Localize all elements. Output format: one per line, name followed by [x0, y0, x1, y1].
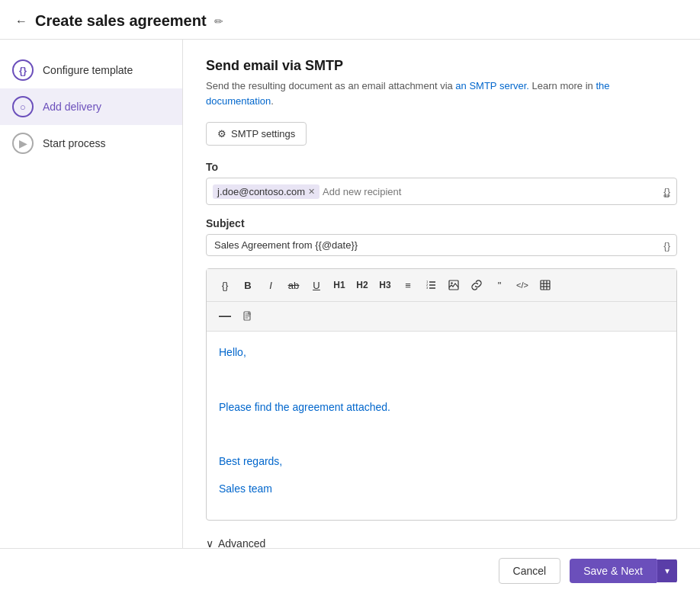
sidebar-label-configure: Configure template: [43, 64, 133, 76]
add-recipient-input[interactable]: [323, 186, 646, 197]
svg-text:3: 3: [426, 286, 429, 290]
sidebar-label-start: Start process: [43, 137, 105, 149]
step-icon-delivery: ○: [12, 96, 34, 117]
editor-line-hello: Hello,: [219, 344, 664, 362]
sidebar-item-start-process[interactable]: ▶ Start process: [0, 125, 182, 162]
toolbar-attachment[interactable]: [237, 306, 258, 326]
editor-toolbar-row2: —: [207, 302, 676, 332]
subject-input[interactable]: [214, 239, 646, 251]
toolbar-divider[interactable]: —: [214, 306, 236, 326]
email-tag-value: j.doe@contoso.com: [217, 186, 305, 197]
email-tag[interactable]: j.doe@contoso.com ✕: [213, 184, 319, 199]
page-title: Create sales agreement: [35, 12, 207, 30]
sidebar-label-delivery: Add delivery: [43, 101, 101, 113]
toolbar-italic[interactable]: I: [260, 275, 281, 295]
main-content: Send email via SMTP Send the resulting d…: [183, 40, 700, 587]
toolbar-curly-braces[interactable]: {}: [214, 275, 236, 295]
toolbar-table[interactable]: [535, 275, 556, 295]
docs-link[interactable]: the documentation: [206, 80, 609, 107]
smtp-icon: ⚙: [217, 128, 226, 139]
save-next-button-group: Save & Next ▾: [570, 559, 677, 583]
toolbar-h1[interactable]: H1: [329, 275, 350, 295]
toolbar-image[interactable]: [443, 275, 464, 295]
step-icon-configure: {}: [12, 59, 34, 81]
to-field-edit-icon[interactable]: ✏: [663, 191, 670, 201]
sidebar: {} Configure template ○ Add delivery ▶ S…: [0, 40, 183, 587]
toolbar-link[interactable]: [466, 275, 487, 295]
toolbar-strikethrough[interactable]: ab: [283, 275, 304, 295]
page-header: ← Create sales agreement ✏: [0, 0, 700, 40]
email-editor: {} B I ab U H1 H2 H3 ≡ 123 " </>: [206, 268, 677, 521]
smtp-settings-button[interactable]: ⚙ SMTP settings: [206, 122, 307, 146]
svg-rect-8: [541, 280, 550, 290]
toolbar-list-ordered[interactable]: 123: [420, 275, 442, 295]
toolbar-h3[interactable]: H3: [374, 275, 396, 295]
section-desc: Send the resulting document as an email …: [206, 79, 677, 108]
editor-line-empty2: [219, 425, 664, 444]
editor-line-agreement: Please find the agreement attached.: [219, 399, 664, 417]
sidebar-item-add-delivery[interactable]: ○ Add delivery: [0, 88, 182, 125]
svg-point-7: [451, 282, 452, 284]
toolbar-code[interactable]: </>: [512, 275, 533, 295]
toolbar-underline[interactable]: U: [306, 275, 327, 295]
toolbar-h2[interactable]: H2: [352, 275, 373, 295]
footer: Cancel Save & Next ▾: [0, 548, 700, 593]
toolbar-quote[interactable]: ": [489, 275, 510, 295]
cancel-button[interactable]: Cancel: [499, 558, 561, 584]
sidebar-item-configure-template[interactable]: {} Configure template: [0, 52, 182, 88]
subject-field[interactable]: {}: [206, 234, 677, 256]
editor-line-empty1: [219, 371, 664, 389]
toolbar-bold[interactable]: B: [237, 275, 258, 295]
email-tag-remove[interactable]: ✕: [308, 187, 315, 197]
editor-line-regards: Best regards,: [219, 453, 664, 471]
to-field[interactable]: j.doe@contoso.com ✕ {} ✏: [206, 178, 677, 205]
edit-icon[interactable]: ✏: [214, 15, 223, 27]
save-next-dropdown-button[interactable]: ▾: [657, 559, 677, 582]
subject-action-icon[interactable]: {}: [663, 239, 670, 251]
smtp-button-label: SMTP settings: [231, 128, 295, 139]
smtp-link[interactable]: an SMTP server.: [455, 80, 529, 91]
to-label: To: [206, 161, 677, 173]
editor-line-team: Sales team: [219, 480, 664, 498]
toolbar-list-unordered[interactable]: ≡: [397, 275, 419, 295]
section-title: Send email via SMTP: [206, 58, 677, 74]
subject-label: Subject: [206, 217, 677, 229]
back-button[interactable]: ←: [15, 14, 27, 28]
step-icon-start: ▶: [12, 133, 34, 154]
editor-body[interactable]: Hello, Please find the agreement attache…: [207, 332, 676, 520]
main-layout: {} Configure template ○ Add delivery ▶ S…: [0, 40, 700, 587]
save-next-main-button[interactable]: Save & Next: [570, 559, 657, 583]
editor-toolbar-row1: {} B I ab U H1 H2 H3 ≡ 123 " </>: [207, 269, 676, 302]
